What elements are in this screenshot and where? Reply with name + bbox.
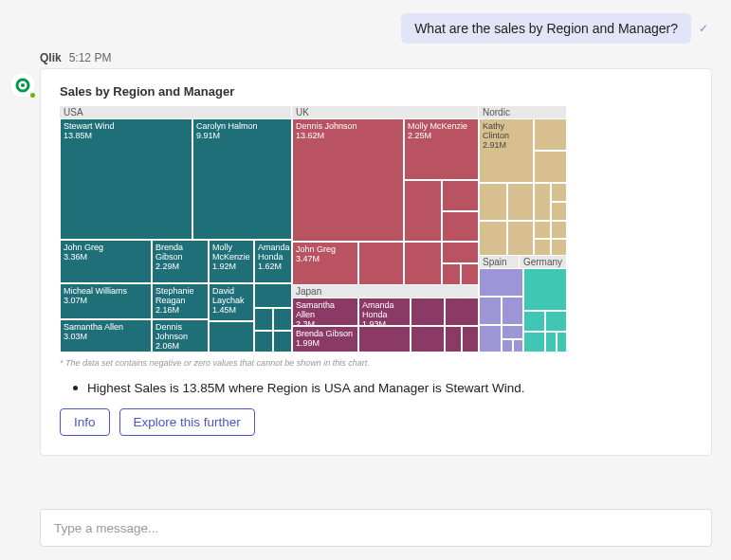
chart-title: Sales by Region and Manager xyxy=(60,84,692,99)
treemap-cell[interactable] xyxy=(557,332,567,352)
region-header-germany: Germany xyxy=(520,256,567,268)
bot-name: Qlik xyxy=(40,51,62,64)
region-header-usa: USA xyxy=(60,106,292,118)
treemap-cell[interactable]: David Laychak1.45M xyxy=(209,283,254,321)
treemap-cell[interactable] xyxy=(545,311,567,332)
treemap-cell[interactable] xyxy=(502,297,523,325)
treemap-cell[interactable] xyxy=(551,202,567,221)
treemap-cell[interactable] xyxy=(442,242,479,263)
treemap-cell[interactable] xyxy=(442,263,461,285)
treemap-cell[interactable] xyxy=(551,183,567,202)
treemap-cell[interactable] xyxy=(445,326,462,352)
treemap-cell[interactable] xyxy=(513,339,523,352)
region-header-uk: UK xyxy=(292,106,479,118)
region-header-spain: Spain xyxy=(479,256,520,268)
treemap-cell[interactable] xyxy=(551,239,567,256)
treemap-cell[interactable] xyxy=(479,221,507,256)
treemap-cell[interactable] xyxy=(358,242,404,285)
treemap-cell[interactable] xyxy=(461,263,479,285)
treemap-cell[interactable] xyxy=(534,183,551,221)
user-message-bubble: What are the sales by Region and Manager… xyxy=(401,13,691,44)
treemap-cell[interactable]: Dennis Johnson2.06M xyxy=(152,319,209,352)
treemap-cell[interactable] xyxy=(534,221,551,239)
region-header-japan: Japan xyxy=(292,285,479,298)
treemap-cell[interactable] xyxy=(545,332,557,352)
treemap-cell[interactable] xyxy=(209,321,254,352)
treemap-cell[interactable] xyxy=(442,211,479,242)
treemap-cell[interactable] xyxy=(273,331,292,352)
user-message-row: What are the sales by Region and Manager… xyxy=(0,0,731,49)
treemap-cell[interactable] xyxy=(534,239,551,256)
insight-row: Highest Sales is 13.85M where Region is … xyxy=(73,381,692,395)
treemap-cell[interactable]: Brenda Gibson1.99M xyxy=(292,326,358,352)
treemap-cell[interactable] xyxy=(523,332,545,352)
presence-indicator-icon xyxy=(28,91,37,99)
treemap-cell[interactable] xyxy=(273,308,292,331)
treemap-cell[interactable] xyxy=(507,183,534,221)
treemap-cell[interactable] xyxy=(534,118,567,151)
treemap-cell[interactable]: Stewart Wind13.85M xyxy=(60,118,192,240)
treemap-cell[interactable]: Dennis Johnson13.62M xyxy=(292,118,404,242)
treemap-cell[interactable] xyxy=(502,325,523,339)
treemap-cell[interactable]: Stephanie Reagan2.16M xyxy=(152,283,209,319)
explore-button[interactable]: Explore this further xyxy=(119,408,255,436)
button-row: Info Explore this further xyxy=(60,408,692,436)
treemap-chart[interactable]: USA Stewart Wind13.85M Carolyn Halmon9.9… xyxy=(60,106,692,352)
treemap-cell[interactable]: Molly McKenzie1.92M xyxy=(209,240,254,283)
treemap-cell[interactable] xyxy=(445,298,479,326)
treemap-cell[interactable]: John Greg3.36M xyxy=(60,240,152,283)
bot-response-card: Sales by Region and Manager USA Stewart … xyxy=(40,68,712,456)
treemap-cell[interactable]: Carolyn Halmon9.91M xyxy=(192,118,292,240)
treemap-cell[interactable] xyxy=(404,242,442,285)
sent-check-icon: ✓ xyxy=(699,22,708,35)
treemap-cell[interactable]: Amanda Honda1.62M xyxy=(254,240,292,283)
treemap-cell[interactable] xyxy=(523,268,567,311)
bullet-icon xyxy=(73,386,78,390)
treemap-cell[interactable] xyxy=(404,180,442,242)
message-input[interactable]: Type a message... xyxy=(40,509,712,547)
treemap-cell[interactable] xyxy=(479,297,502,325)
treemap-cell[interactable] xyxy=(479,325,502,352)
treemap-cell[interactable]: Samantha Allen2.3M xyxy=(292,298,358,326)
treemap-cell[interactable] xyxy=(479,268,523,297)
treemap-cell[interactable]: Kathy Clinton2.91M xyxy=(479,118,534,183)
region-header-nordic: Nordic xyxy=(479,106,567,118)
treemap-cell[interactable] xyxy=(254,308,273,331)
treemap-cell[interactable] xyxy=(254,283,292,308)
insight-text: Highest Sales is 13.85M where Region is … xyxy=(87,381,524,395)
svg-point-1 xyxy=(21,83,25,87)
treemap-cell[interactable]: Samantha Allen3.03M xyxy=(60,319,152,352)
bot-header: Qlik 5:12 PM xyxy=(0,49,731,68)
treemap-cell[interactable] xyxy=(479,183,507,221)
treemap-cell[interactable] xyxy=(462,326,479,352)
treemap-cell[interactable] xyxy=(507,221,534,256)
qlik-logo-icon xyxy=(15,78,30,93)
bot-time: 5:12 PM xyxy=(69,51,112,64)
treemap-cell[interactable] xyxy=(442,180,479,211)
treemap-cell[interactable]: Molly McKenzie2.25M xyxy=(404,118,479,180)
treemap-cell[interactable] xyxy=(411,298,445,326)
treemap-cell[interactable]: Micheal Williams3.07M xyxy=(60,283,152,319)
treemap-cell[interactable]: John Greg3.47M xyxy=(292,242,358,285)
info-button[interactable]: Info xyxy=(60,408,110,436)
treemap-cell[interactable]: Amanda Honda1.93M xyxy=(358,298,411,326)
chart-footnote: * The data set contains negative or zero… xyxy=(60,358,692,368)
treemap-cell[interactable] xyxy=(358,326,411,352)
treemap-cell[interactable] xyxy=(502,339,513,352)
treemap-cell[interactable] xyxy=(551,221,567,239)
treemap-cell[interactable] xyxy=(534,151,567,183)
treemap-cell[interactable] xyxy=(254,331,273,352)
treemap-cell[interactable] xyxy=(411,326,445,352)
treemap-cell[interactable] xyxy=(523,311,545,332)
treemap-cell[interactable]: Brenda Gibson2.29M xyxy=(152,240,209,283)
